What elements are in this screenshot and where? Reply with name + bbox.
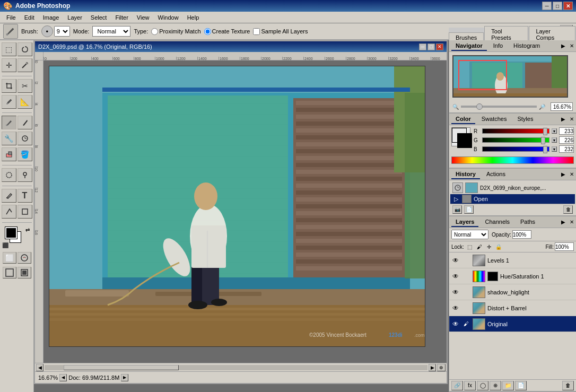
blue-slider-thumb[interactable]: [543, 146, 547, 153]
fill-input[interactable]: [555, 242, 574, 251]
background-swatch[interactable]: [457, 133, 472, 148]
minimize-button[interactable]: ─: [542, 2, 552, 10]
new-adjustment-btn[interactable]: ⊕: [490, 381, 501, 390]
fullscreen-btn[interactable]: [18, 267, 31, 278]
healing-brush-tool[interactable]: [2, 116, 16, 129]
layer-row-levels1[interactable]: 👁 Levels 1: [449, 252, 576, 268]
layers-panel-menu[interactable]: ▶: [561, 219, 565, 225]
styles-tab[interactable]: Styles: [513, 115, 537, 124]
layer-row-hue[interactable]: 👁 Hue/Saturation 1: [449, 268, 576, 284]
brush-tool-icon[interactable]: [3, 24, 18, 39]
layer-eye-shadow[interactable]: 👁: [451, 288, 460, 297]
measure-tool[interactable]: 📐: [18, 95, 32, 109]
menu-window[interactable]: Window: [154, 13, 183, 22]
red-down-arrow[interactable]: ▼: [552, 128, 557, 134]
lock-transparent-btn[interactable]: ⬚: [466, 243, 474, 250]
maximize-button[interactable]: □: [553, 2, 562, 10]
layer-row-distort[interactable]: 👁 Distort + Barrel: [449, 300, 576, 316]
doc-close-btn[interactable]: ✕: [436, 43, 443, 50]
shape-tool[interactable]: [18, 205, 32, 219]
mode-select[interactable]: Normal Dissolve Multiply: [92, 26, 130, 37]
lock-image-btn[interactable]: 🖌: [476, 243, 483, 250]
screen-mode-btn[interactable]: [3, 267, 16, 278]
red-track[interactable]: [482, 128, 549, 134]
scroll-thumb-h[interactable]: [64, 365, 179, 370]
blur-tool[interactable]: [2, 168, 16, 182]
history-panel-menu[interactable]: ▶: [561, 171, 565, 177]
green-track[interactable]: [482, 137, 549, 143]
foreground-color-swatch[interactable]: [5, 227, 17, 239]
standard-mode-btn[interactable]: ⬜: [3, 252, 16, 264]
layer-eye-levels1[interactable]: 👁: [451, 256, 460, 265]
history-item-open[interactable]: ▷ Open: [450, 194, 575, 204]
layers-panel-close[interactable]: ✕: [570, 219, 574, 225]
layer-eye-hue[interactable]: 👁: [451, 272, 460, 281]
brush-tool-btn[interactable]: [18, 116, 32, 129]
color-panel-menu[interactable]: ▶: [561, 116, 565, 122]
path-selection-tool[interactable]: [2, 205, 16, 219]
paint-bucket-tool[interactable]: 🪣: [18, 147, 32, 161]
nav-zoom-thumb[interactable]: [476, 103, 483, 110]
brush-size-control[interactable]: • 9: [41, 25, 70, 37]
scroll-track-h[interactable]: [45, 365, 427, 370]
reset-colors-btn[interactable]: ⬛: [2, 242, 8, 248]
type-tool[interactable]: T: [18, 189, 32, 203]
color-swatch-box[interactable]: [451, 127, 470, 146]
new-group-btn[interactable]: 📁: [502, 381, 514, 390]
menu-filter[interactable]: Filter: [111, 13, 132, 22]
swatches-tab[interactable]: Swatches: [477, 115, 511, 124]
clone-stamp-tool[interactable]: 🔧: [2, 132, 16, 145]
delete-layer-btn[interactable]: 🗑: [562, 381, 574, 390]
red-value-input[interactable]: [559, 127, 574, 135]
sample-all-option[interactable]: Sample All Layers: [253, 28, 308, 35]
nav-zoom-track[interactable]: [461, 106, 537, 108]
layers-tab[interactable]: Layers: [451, 217, 478, 227]
dodge-tool[interactable]: [18, 168, 32, 182]
close-button[interactable]: ✕: [563, 2, 573, 10]
navigator-panel-close[interactable]: ✕: [570, 43, 574, 49]
history-panel-close[interactable]: ✕: [570, 171, 574, 177]
lock-all-btn[interactable]: 🔒: [495, 243, 502, 250]
add-mask-btn[interactable]: ◯: [477, 381, 488, 390]
new-snapshot-btn[interactable]: 📷: [452, 205, 462, 214]
red-slider-thumb[interactable]: [543, 128, 547, 135]
scroll-corner-btn[interactable]: ⊕: [437, 364, 446, 371]
navigator-tab[interactable]: Navigator: [451, 41, 487, 51]
doc-maximize-btn[interactable]: □: [427, 43, 435, 50]
blue-track[interactable]: [482, 146, 549, 152]
navigator-panel-menu[interactable]: ▶: [561, 43, 565, 49]
color-tab[interactable]: Color: [451, 115, 475, 124]
quick-mask-btn[interactable]: [18, 252, 31, 264]
add-style-btn[interactable]: fx: [464, 381, 476, 390]
status-left-arrow[interactable]: ◀: [59, 374, 67, 381]
slice-tool[interactable]: ✂: [18, 79, 32, 93]
blue-down-arrow[interactable]: ▼: [552, 146, 557, 152]
info-tab[interactable]: Info: [489, 41, 507, 51]
histogram-tab[interactable]: Histogram: [509, 41, 544, 51]
color-spectrum[interactable]: [451, 156, 574, 164]
menu-file[interactable]: File: [2, 13, 20, 22]
blue-value-input[interactable]: [559, 145, 574, 153]
menu-image[interactable]: Image: [39, 13, 64, 22]
brush-size-select[interactable]: 9: [54, 26, 70, 37]
lasso-tool[interactable]: [18, 42, 32, 56]
actions-tab[interactable]: Actions: [482, 170, 510, 179]
proximity-match-option[interactable]: Proximity Match: [151, 28, 200, 35]
history-brush-tool[interactable]: [18, 132, 32, 145]
layer-row-shadow[interactable]: 👁 shadow_higlight: [449, 284, 576, 300]
doc-minimize-btn[interactable]: ─: [419, 43, 426, 50]
menu-select[interactable]: Select: [86, 13, 111, 22]
pen-tool[interactable]: [2, 189, 16, 203]
color-panel-close[interactable]: ✕: [570, 116, 574, 122]
swap-colors-btn[interactable]: ⇄: [25, 227, 30, 233]
history-tab[interactable]: History: [451, 170, 480, 179]
paths-tab[interactable]: Paths: [516, 217, 539, 227]
magic-wand-tool[interactable]: [18, 58, 32, 72]
layer-eye-distort[interactable]: 👁: [451, 304, 460, 312]
green-slider-thumb[interactable]: [541, 137, 545, 144]
create-document-btn[interactable]: 📄: [464, 205, 474, 214]
layer-row-original[interactable]: 👁 🖌 Original: [449, 316, 576, 332]
menu-view[interactable]: View: [133, 13, 154, 22]
opacity-input[interactable]: [512, 230, 531, 239]
delete-state-btn[interactable]: 🗑: [563, 205, 573, 214]
